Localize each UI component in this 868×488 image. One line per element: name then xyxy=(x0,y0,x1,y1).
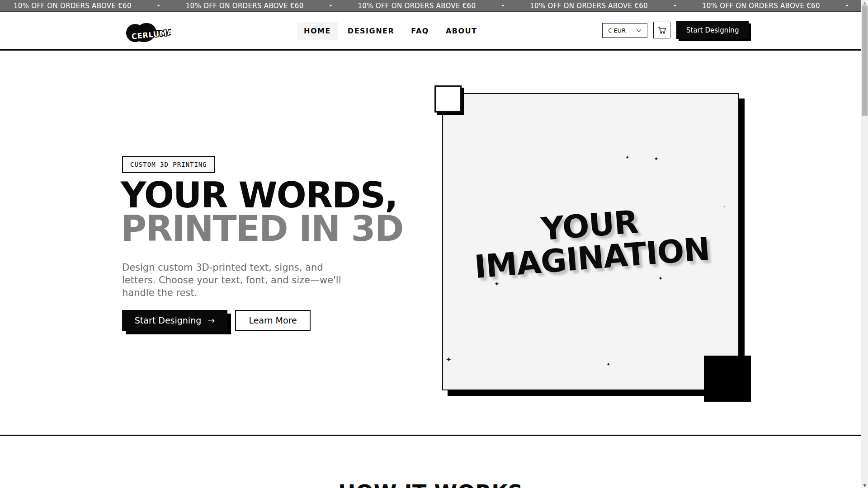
start-designing-hero-label: Start Designing xyxy=(135,315,201,325)
currency-selector[interactable]: € EUR xyxy=(602,23,647,38)
sparkle-icon: ✦ xyxy=(625,155,629,160)
decorative-square-black xyxy=(704,356,751,402)
scrollbar-down-arrow-icon[interactable]: ▼ xyxy=(861,483,868,488)
announcement-separator: • xyxy=(157,2,160,9)
announcement-message: 10% OFF ON ORDERS ABOVE €60 xyxy=(702,2,820,10)
announcement-message: 10% OFF ON ORDERS ABOVE €60 xyxy=(358,2,476,10)
nav-item-designer[interactable]: DESIGNER xyxy=(341,22,401,40)
hero-buttons: Start Designing → Learn More xyxy=(122,310,311,331)
section-divider xyxy=(0,435,861,436)
cart-button[interactable] xyxy=(653,22,670,38)
sparkle-icon: ✦ xyxy=(494,281,500,287)
brand-logo[interactable]: CERLUMA xyxy=(126,22,171,43)
start-designing-hero-button[interactable]: Start Designing → xyxy=(122,310,227,331)
currency-value: € EUR xyxy=(608,27,626,34)
sparkle-icon: ✦ xyxy=(658,276,663,281)
sparkle-icon: ✦ xyxy=(446,357,452,363)
announcement-message: 10% OFF ON ORDERS ABOVE €60 xyxy=(186,2,304,10)
hero-description: Design custom 3D-printed text, signs, an… xyxy=(122,261,355,299)
announcement-message: 10% OFF ON ORDERS ABOVE €60 xyxy=(530,2,648,10)
start-designing-header-button[interactable]: Start Designing xyxy=(676,21,749,39)
page-scrollbar[interactable]: ▲ ▼ xyxy=(861,0,868,488)
brand-logo-blob: CERLUMA xyxy=(126,22,171,43)
chevron-down-icon xyxy=(636,29,642,33)
announcement-message: 10% OFF ON ORDERS ABOVE €60 xyxy=(14,2,132,10)
arrow-right-icon: → xyxy=(208,315,215,325)
announcement-bar: 10% OFF ON ORDERS ABOVE €60 • 10% OFF ON… xyxy=(0,0,868,12)
hero-badge: CUSTOM 3D PRINTING xyxy=(122,156,215,173)
hero-section: CUSTOM 3D PRINTING YOUR WORDS, PRINTED I… xyxy=(0,51,868,435)
sparkle-icon: ✦ xyxy=(606,362,610,367)
scrollbar-up-arrow-icon[interactable]: ▲ xyxy=(861,1,868,5)
hero-artwork-frame: YOUR IMAGINATION xyxy=(442,93,739,390)
decorative-square-white xyxy=(434,85,462,113)
dot-speck xyxy=(724,206,725,207)
main-nav: HOME DESIGNER FAQ ABOUT xyxy=(297,22,484,40)
nav-item-about[interactable]: ABOUT xyxy=(439,22,484,40)
announcement-separator: • xyxy=(845,2,849,9)
sparkle-icon: ✦ xyxy=(654,156,659,162)
scrollbar-thumb[interactable] xyxy=(862,5,868,116)
hero-artwork-text: YOUR IMAGINATION xyxy=(471,200,711,283)
cart-icon xyxy=(657,25,667,35)
hero-title: YOUR WORDS, PRINTED IN 3D xyxy=(121,178,403,245)
announcement-separator: • xyxy=(673,2,677,9)
how-it-works-title: HOW IT WORKS xyxy=(0,480,861,488)
nav-item-faq[interactable]: FAQ xyxy=(404,22,436,40)
site-header: CERLUMA HOME DESIGNER FAQ ABOUT € EUR St… xyxy=(0,12,868,51)
nav-item-home[interactable]: HOME xyxy=(297,22,338,40)
hero-title-line2: PRINTED IN 3D xyxy=(121,208,403,249)
announcement-separator: • xyxy=(329,2,333,9)
learn-more-button[interactable]: Learn More xyxy=(235,310,311,331)
announcement-separator: • xyxy=(501,2,505,9)
